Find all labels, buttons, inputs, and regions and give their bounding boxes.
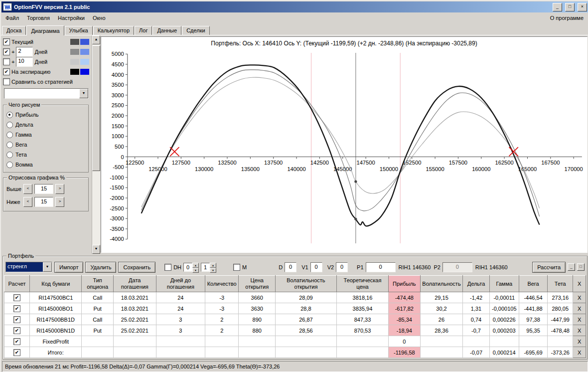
- color-swatch[interactable]: [80, 39, 89, 45]
- menu-item[interactable]: Настройки: [54, 14, 89, 22]
- minimize-button[interactable]: _: [553, 3, 562, 11]
- tab-6[interactable]: Данные: [152, 26, 181, 35]
- menu-item[interactable]: Файл: [1, 14, 23, 22]
- delete-row-button[interactable]: X: [573, 325, 586, 336]
- v1-field[interactable]: 0: [310, 262, 322, 272]
- decrement-button[interactable]: <: [23, 197, 32, 207]
- delete-row-button[interactable]: X: [573, 303, 586, 314]
- v2-field[interactable]: 0: [336, 262, 348, 272]
- import-button[interactable]: Импорт: [54, 262, 83, 273]
- row-calc-checkbox[interactable]: ✔: [13, 349, 20, 356]
- menu-item[interactable]: Торговля: [23, 14, 54, 22]
- color-swatch[interactable]: [80, 49, 89, 55]
- row-calc-checkbox[interactable]: ✔: [13, 305, 20, 312]
- series-checkbox[interactable]: ✔: [3, 38, 10, 45]
- increment-button[interactable]: >: [55, 184, 64, 194]
- spinner-arrows-icon[interactable]: ▲▼: [192, 263, 199, 272]
- delete-button[interactable]: Удалить: [85, 262, 116, 273]
- series-checkbox[interactable]: ✔: [3, 68, 10, 75]
- cell: -0,07: [463, 347, 489, 358]
- mini-minimize-button[interactable]: _: [568, 263, 575, 271]
- column-header[interactable]: Количество: [205, 276, 239, 292]
- percent-input[interactable]: 15: [34, 184, 53, 194]
- color-swatch[interactable]: [80, 69, 89, 75]
- column-header[interactable]: Дней до погашения: [156, 276, 205, 292]
- row-calc-checkbox[interactable]: ✔: [13, 338, 20, 345]
- scrollbar-thumb[interactable]: [92, 45, 100, 171]
- decrement-button[interactable]: <: [23, 184, 32, 194]
- about-menu-item[interactable]: О программе: [545, 14, 588, 22]
- delete-row-button[interactable]: X: [573, 292, 586, 303]
- p2-field[interactable]: 0: [442, 262, 472, 272]
- dh-spinner-1[interactable]: 0 ▲▼: [183, 263, 199, 272]
- tab-5[interactable]: Лог: [135, 26, 152, 35]
- column-header[interactable]: Гамма: [489, 276, 519, 292]
- portfolio-combo[interactable]: стренгл ▼: [5, 262, 52, 272]
- dh-checkbox[interactable]: [164, 264, 171, 271]
- d-field[interactable]: 0: [285, 262, 296, 272]
- column-header[interactable]: Волатильность открытия: [276, 276, 337, 292]
- title-bar[interactable]: OptionFVV версия 2.1 public _ □ ×: [1, 1, 588, 12]
- sidebar-scrollbar[interactable]: ▲ ▼: [92, 35, 100, 254]
- column-header[interactable]: Дельта: [463, 276, 489, 292]
- radio-button[interactable]: [6, 142, 13, 148]
- color-swatch[interactable]: [80, 59, 89, 65]
- m-checkbox[interactable]: [233, 264, 240, 271]
- increment-button[interactable]: >: [55, 197, 64, 207]
- column-header[interactable]: Тип опциона: [82, 276, 113, 292]
- column-header[interactable]: Вега: [519, 276, 547, 292]
- days-input[interactable]: 2: [16, 47, 33, 57]
- column-header[interactable]: Теоретическая цена: [336, 276, 388, 292]
- column-header[interactable]: X: [573, 276, 586, 292]
- save-button[interactable]: Сохранить: [118, 262, 155, 273]
- row-calc-checkbox[interactable]: ✔: [13, 327, 20, 334]
- row-calc-checkbox[interactable]: ✔: [13, 294, 20, 301]
- delete-row-button[interactable]: X: [573, 347, 586, 358]
- days-input[interactable]: 10: [16, 57, 33, 67]
- x-tick-label: 135000: [241, 166, 260, 172]
- scroll-up-icon[interactable]: ▲: [92, 35, 100, 44]
- close-button[interactable]: ×: [578, 3, 587, 11]
- scrollbar-track[interactable]: [92, 44, 100, 245]
- color-swatch[interactable]: [70, 49, 79, 55]
- dh-spinner-2[interactable]: 1 ▲▼: [201, 263, 216, 272]
- column-header[interactable]: Расчет: [4, 276, 30, 292]
- menu-item[interactable]: Окно: [89, 14, 110, 22]
- tab-4[interactable]: Калькулятор: [93, 26, 134, 35]
- spinner-arrows-icon[interactable]: ▲▼: [210, 263, 216, 272]
- calculate-button[interactable]: Рассчита: [532, 262, 566, 273]
- delete-row-button[interactable]: X: [573, 314, 586, 325]
- column-header[interactable]: Код бумаги: [30, 276, 82, 292]
- row-calc-checkbox[interactable]: ✔: [13, 316, 20, 323]
- radio-button[interactable]: [6, 162, 13, 168]
- radio-button[interactable]: [6, 122, 13, 128]
- tab-3[interactable]: Улыбка: [65, 26, 93, 35]
- percent-input[interactable]: 15: [34, 197, 53, 207]
- column-header[interactable]: Тета: [548, 276, 573, 292]
- color-swatch[interactable]: [70, 69, 79, 75]
- radio-button[interactable]: [6, 112, 13, 118]
- column-header[interactable]: Волатильность: [420, 276, 463, 292]
- color-swatch[interactable]: [70, 39, 79, 45]
- tab-7[interactable]: Сделки: [182, 26, 210, 35]
- p1-field[interactable]: 0: [366, 262, 396, 272]
- column-header[interactable]: Прибыль: [389, 276, 420, 292]
- payoff-chart[interactable]: 5000450040003500300025002000150010005000…: [101, 47, 587, 250]
- chevron-down-icon[interactable]: ▼: [43, 262, 52, 272]
- column-header[interactable]: Дата погашения: [113, 276, 156, 292]
- scroll-down-icon[interactable]: ▼: [92, 245, 100, 254]
- maximize-button[interactable]: □: [565, 3, 575, 11]
- tab-active[interactable]: Диаграмма: [26, 25, 64, 35]
- mini-restore-button[interactable]: □: [577, 263, 585, 271]
- strategy-select[interactable]: ▼: [4, 88, 89, 99]
- tab-1[interactable]: Доска: [2, 26, 26, 35]
- series-checkbox[interactable]: [3, 58, 10, 65]
- radio-button[interactable]: [6, 132, 13, 138]
- delete-row-button[interactable]: X: [573, 336, 586, 347]
- radio-button[interactable]: [6, 152, 13, 158]
- compare-checkbox[interactable]: [3, 78, 10, 85]
- series-checkbox[interactable]: ✔: [3, 48, 10, 55]
- column-header[interactable]: Цена открытия: [239, 276, 276, 292]
- color-swatch[interactable]: [70, 59, 79, 65]
- chevron-down-icon[interactable]: ▼: [79, 89, 88, 98]
